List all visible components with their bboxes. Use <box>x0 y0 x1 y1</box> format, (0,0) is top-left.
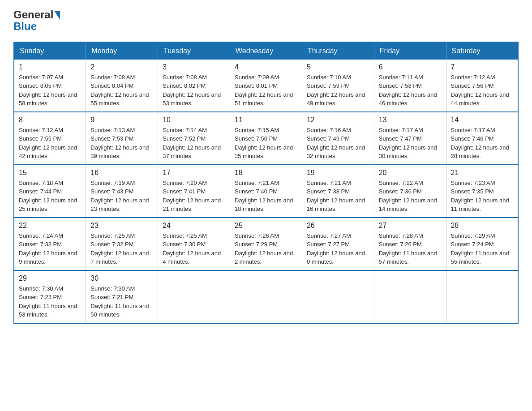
week-row-4: 22Sunrise: 7:24 AMSunset: 7:33 PMDayligh… <box>14 218 518 270</box>
day-number: 5 <box>307 63 369 71</box>
day-info: Sunrise: 7:15 AMSunset: 7:50 PMDaylight:… <box>235 126 297 161</box>
day-info: Sunrise: 7:14 AMSunset: 7:52 PMDaylight:… <box>163 126 225 161</box>
week-row-5: 29Sunrise: 7:30 AMSunset: 7:23 PMDayligh… <box>14 270 518 323</box>
day-number: 4 <box>235 63 297 71</box>
day-number: 27 <box>379 222 442 230</box>
calendar-cell: 21Sunrise: 7:23 AMSunset: 7:35 PMDayligh… <box>446 165 518 218</box>
day-number: 24 <box>163 222 225 230</box>
weekday-header-monday: Monday <box>86 42 158 60</box>
week-row-1: 1Sunrise: 7:07 AMSunset: 8:05 PMDaylight… <box>14 60 518 112</box>
calendar-cell <box>446 270 518 323</box>
day-number: 20 <box>379 169 442 177</box>
day-number: 8 <box>19 116 81 124</box>
calendar-cell: 26Sunrise: 7:27 AMSunset: 7:27 PMDayligh… <box>302 218 374 270</box>
calendar-cell: 2Sunrise: 7:08 AMSunset: 8:04 PMDaylight… <box>86 60 158 112</box>
day-info: Sunrise: 7:30 AMSunset: 7:23 PMDaylight:… <box>19 284 81 319</box>
weekday-header-saturday: Saturday <box>446 42 518 60</box>
day-number: 1 <box>19 63 81 71</box>
day-number: 11 <box>235 116 297 124</box>
day-number: 19 <box>307 169 369 177</box>
weekday-header-wednesday: Wednesday <box>230 42 302 60</box>
day-number: 16 <box>90 169 153 177</box>
day-info: Sunrise: 7:11 AMSunset: 7:58 PMDaylight:… <box>379 73 442 108</box>
calendar-table: SundayMondayTuesdayWednesdayThursdayFrid… <box>13 42 519 324</box>
calendar-cell <box>374 270 446 323</box>
day-info: Sunrise: 7:10 AMSunset: 7:59 PMDaylight:… <box>307 73 369 108</box>
day-info: Sunrise: 7:20 AMSunset: 7:41 PMDaylight:… <box>163 179 225 214</box>
calendar-cell: 1Sunrise: 7:07 AMSunset: 8:05 PMDaylight… <box>14 60 86 112</box>
day-number: 9 <box>90 116 153 124</box>
day-number: 2 <box>90 63 153 71</box>
day-number: 29 <box>19 274 81 283</box>
logo-general: General <box>13 9 53 21</box>
calendar-cell: 18Sunrise: 7:21 AMSunset: 7:40 PMDayligh… <box>230 165 302 218</box>
day-number: 22 <box>19 222 81 230</box>
day-number: 15 <box>19 169 81 177</box>
day-number: 13 <box>379 116 442 124</box>
calendar-cell: 10Sunrise: 7:14 AMSunset: 7:52 PMDayligh… <box>158 112 230 165</box>
logo: General Blue <box>13 9 60 33</box>
calendar-cell: 16Sunrise: 7:19 AMSunset: 7:43 PMDayligh… <box>86 165 158 218</box>
calendar-cell: 25Sunrise: 7:26 AMSunset: 7:29 PMDayligh… <box>230 218 302 270</box>
day-info: Sunrise: 7:19 AMSunset: 7:43 PMDaylight:… <box>90 179 153 214</box>
calendar-cell: 29Sunrise: 7:30 AMSunset: 7:23 PMDayligh… <box>14 270 86 323</box>
calendar-cell: 6Sunrise: 7:11 AMSunset: 7:58 PMDaylight… <box>374 60 446 112</box>
calendar-cell: 3Sunrise: 7:08 AMSunset: 8:02 PMDaylight… <box>158 60 230 112</box>
day-number: 7 <box>451 63 513 71</box>
day-info: Sunrise: 7:23 AMSunset: 7:35 PMDaylight:… <box>451 179 513 214</box>
weekday-header-sunday: Sunday <box>14 42 86 60</box>
calendar-cell <box>302 270 374 323</box>
day-number: 17 <box>163 169 225 177</box>
day-number: 14 <box>451 116 513 124</box>
calendar-cell: 11Sunrise: 7:15 AMSunset: 7:50 PMDayligh… <box>230 112 302 165</box>
day-info: Sunrise: 7:24 AMSunset: 7:33 PMDaylight:… <box>19 231 81 266</box>
day-info: Sunrise: 7:30 AMSunset: 7:21 PMDaylight:… <box>90 284 153 319</box>
day-info: Sunrise: 7:29 AMSunset: 7:24 PMDaylight:… <box>451 231 513 266</box>
week-row-2: 8Sunrise: 7:12 AMSunset: 7:55 PMDaylight… <box>14 112 518 165</box>
calendar-cell: 20Sunrise: 7:22 AMSunset: 7:36 PMDayligh… <box>374 165 446 218</box>
day-info: Sunrise: 7:18 AMSunset: 7:44 PMDaylight:… <box>19 179 81 214</box>
calendar-cell: 7Sunrise: 7:12 AMSunset: 7:56 PMDaylight… <box>446 60 518 112</box>
day-number: 3 <box>163 63 225 71</box>
calendar-cell: 13Sunrise: 7:17 AMSunset: 7:47 PMDayligh… <box>374 112 446 165</box>
day-info: Sunrise: 7:09 AMSunset: 8:01 PMDaylight:… <box>235 73 297 108</box>
day-info: Sunrise: 7:12 AMSunset: 7:56 PMDaylight:… <box>451 73 513 108</box>
day-info: Sunrise: 7:08 AMSunset: 8:02 PMDaylight:… <box>163 73 225 108</box>
day-number: 23 <box>90 222 153 230</box>
calendar-cell: 5Sunrise: 7:10 AMSunset: 7:59 PMDaylight… <box>302 60 374 112</box>
calendar-cell: 22Sunrise: 7:24 AMSunset: 7:33 PMDayligh… <box>14 218 86 270</box>
day-number: 26 <box>307 222 369 230</box>
day-info: Sunrise: 7:25 AMSunset: 7:32 PMDaylight:… <box>90 231 153 266</box>
calendar-cell: 28Sunrise: 7:29 AMSunset: 7:24 PMDayligh… <box>446 218 518 270</box>
weekday-header-friday: Friday <box>374 42 446 60</box>
week-row-3: 15Sunrise: 7:18 AMSunset: 7:44 PMDayligh… <box>14 165 518 218</box>
day-info: Sunrise: 7:21 AMSunset: 7:38 PMDaylight:… <box>307 179 369 214</box>
day-info: Sunrise: 7:13 AMSunset: 7:53 PMDaylight:… <box>90 126 153 161</box>
day-info: Sunrise: 7:16 AMSunset: 7:49 PMDaylight:… <box>307 126 369 161</box>
calendar-cell: 17Sunrise: 7:20 AMSunset: 7:41 PMDayligh… <box>158 165 230 218</box>
calendar-cell: 23Sunrise: 7:25 AMSunset: 7:32 PMDayligh… <box>86 218 158 270</box>
day-number: 25 <box>235 222 297 230</box>
day-info: Sunrise: 7:25 AMSunset: 7:30 PMDaylight:… <box>163 231 225 266</box>
calendar-cell: 15Sunrise: 7:18 AMSunset: 7:44 PMDayligh… <box>14 165 86 218</box>
day-number: 10 <box>163 116 225 124</box>
day-number: 28 <box>451 222 513 230</box>
day-info: Sunrise: 7:28 AMSunset: 7:26 PMDaylight:… <box>379 231 442 266</box>
calendar-cell: 27Sunrise: 7:28 AMSunset: 7:26 PMDayligh… <box>374 218 446 270</box>
calendar-cell: 12Sunrise: 7:16 AMSunset: 7:49 PMDayligh… <box>302 112 374 165</box>
day-info: Sunrise: 7:08 AMSunset: 8:04 PMDaylight:… <box>90 73 153 108</box>
logo-triangle-icon <box>54 11 60 20</box>
day-number: 18 <box>235 169 297 177</box>
day-info: Sunrise: 7:26 AMSunset: 7:29 PMDaylight:… <box>235 231 297 266</box>
day-number: 6 <box>379 63 442 71</box>
logo-blue: Blue <box>13 20 37 32</box>
calendar-cell: 4Sunrise: 7:09 AMSunset: 8:01 PMDaylight… <box>230 60 302 112</box>
calendar-cell: 30Sunrise: 7:30 AMSunset: 7:21 PMDayligh… <box>86 270 158 323</box>
day-info: Sunrise: 7:27 AMSunset: 7:27 PMDaylight:… <box>307 231 369 266</box>
calendar-cell: 9Sunrise: 7:13 AMSunset: 7:53 PMDaylight… <box>86 112 158 165</box>
calendar-cell: 14Sunrise: 7:17 AMSunset: 7:46 PMDayligh… <box>446 112 518 165</box>
calendar-cell: 8Sunrise: 7:12 AMSunset: 7:55 PMDaylight… <box>14 112 86 165</box>
day-info: Sunrise: 7:07 AMSunset: 8:05 PMDaylight:… <box>19 73 81 108</box>
day-info: Sunrise: 7:17 AMSunset: 7:47 PMDaylight:… <box>379 126 442 161</box>
day-info: Sunrise: 7:17 AMSunset: 7:46 PMDaylight:… <box>451 126 513 161</box>
